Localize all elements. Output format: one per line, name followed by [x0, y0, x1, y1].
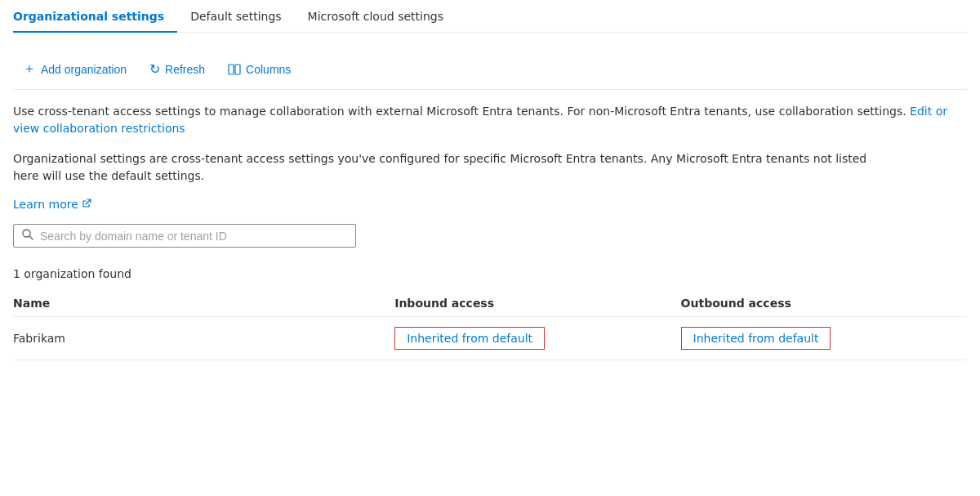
- search-box: [13, 224, 356, 248]
- tab-default-settings[interactable]: Default settings: [177, 0, 294, 33]
- description-text-1-cont2: settings.: [857, 105, 906, 118]
- organizations-table: Name Inbound access Outbound access Fabr…: [13, 290, 967, 360]
- svg-rect-1: [235, 65, 240, 74]
- columns-label: Columns: [246, 63, 291, 76]
- results-count: 1 organization found: [13, 267, 967, 280]
- toolbar: ＋ Add organization ↻ Refresh Columns: [13, 49, 967, 90]
- search-input[interactable]: [40, 230, 347, 243]
- columns-icon: [228, 63, 241, 76]
- add-organization-label: Add organization: [41, 63, 127, 76]
- refresh-button[interactable]: ↻ Refresh: [140, 56, 215, 82]
- tab-bar: Organizational settings Default settings…: [13, 0, 967, 33]
- description-block-1: Use cross-tenant access settings to mana…: [13, 103, 960, 137]
- description-text-2-cont: here will use the default settings.: [13, 168, 960, 185]
- search-container: [13, 224, 967, 248]
- description-text-2: Organizational settings are cross-tenant…: [13, 150, 960, 168]
- learn-more-link[interactable]: Learn more: [13, 198, 91, 211]
- description-text-1: Use cross-tenant access settings to mana…: [13, 105, 853, 118]
- column-header-inbound: Inbound access: [394, 290, 680, 317]
- tab-microsoft-cloud-settings[interactable]: Microsoft cloud settings: [295, 0, 457, 33]
- inbound-inherited-badge[interactable]: Inherited from default: [394, 327, 545, 350]
- learn-more-container: Learn more: [13, 198, 967, 211]
- refresh-icon: ↻: [149, 61, 160, 77]
- learn-more-label: Learn more: [13, 198, 78, 211]
- table-header-row: Name Inbound access Outbound access: [13, 290, 967, 317]
- outbound-access-cell: Inherited from default: [681, 317, 967, 360]
- tab-organizational-settings[interactable]: Organizational settings: [13, 0, 177, 33]
- columns-button[interactable]: Columns: [218, 58, 301, 81]
- add-organization-button[interactable]: ＋ Add organization: [13, 56, 136, 83]
- refresh-label: Refresh: [165, 63, 205, 76]
- org-name: Fabrikam: [13, 317, 394, 360]
- svg-rect-0: [229, 65, 234, 74]
- plus-icon: ＋: [23, 60, 36, 78]
- search-icon: [22, 229, 33, 243]
- description-block-2: Organizational settings are cross-tenant…: [13, 150, 960, 185]
- inbound-access-cell: Inherited from default: [394, 317, 680, 360]
- svg-line-3: [29, 236, 33, 239]
- external-link-icon: [82, 199, 91, 211]
- column-header-name: Name: [13, 290, 394, 317]
- table-row: Fabrikam Inherited from default Inherite…: [13, 317, 967, 360]
- outbound-inherited-badge[interactable]: Inherited from default: [681, 327, 831, 350]
- column-header-outbound: Outbound access: [681, 290, 967, 317]
